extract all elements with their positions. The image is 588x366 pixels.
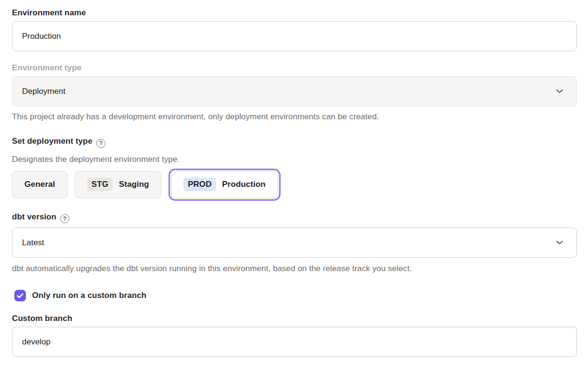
deployment-type-staging-button[interactable]: STG Staging	[75, 171, 161, 198]
production-badge: PROD	[183, 178, 216, 191]
deployment-type-production-button[interactable]: PROD Production	[171, 171, 278, 198]
checkmark-icon	[17, 293, 23, 298]
deployment-type-options: General STG Staging PROD Production	[12, 171, 577, 198]
deployment-type-label: Set deployment type	[12, 137, 92, 146]
dbt-version-select[interactable]: Latest	[12, 228, 577, 258]
environment-type-select[interactable]: Deployment	[12, 76, 577, 106]
staging-badge: STG	[87, 178, 113, 191]
environment-name-label: Environment name	[12, 8, 577, 18]
help-icon[interactable]: ?	[60, 214, 69, 223]
environment-name-input[interactable]	[12, 21, 577, 51]
dbt-version-helper: dbt automatically upgrades the dbt versi…	[12, 263, 577, 274]
custom-branch-label: Custom branch	[12, 313, 577, 323]
dbt-version-label: dbt version	[12, 212, 57, 221]
environment-settings-form: Environment name Environment type Deploy…	[0, 0, 588, 357]
dbt-version-value: Latest	[22, 238, 44, 248]
custom-branch-input[interactable]	[12, 327, 577, 357]
chevron-down-icon	[556, 89, 563, 93]
deployment-type-general-label: General	[24, 180, 55, 189]
custom-branch-toggle-row[interactable]: Only run on a custom branch	[14, 290, 577, 301]
help-icon[interactable]: ?	[96, 139, 105, 148]
environment-type-helper: This project already has a development e…	[12, 112, 577, 122]
deployment-type-helper: Designates the deployment environment ty…	[12, 154, 577, 164]
chevron-down-icon	[556, 240, 563, 245]
environment-type-label: Environment type	[12, 63, 577, 73]
deployment-type-production-label: Production	[222, 180, 266, 189]
custom-branch-toggle-label[interactable]: Only run on a custom branch	[32, 291, 147, 300]
deployment-type-staging-label: Staging	[119, 180, 149, 189]
environment-type-value: Deployment	[22, 87, 66, 96]
custom-branch-checkbox[interactable]	[14, 290, 26, 301]
deployment-type-general-button[interactable]: General	[12, 171, 68, 198]
